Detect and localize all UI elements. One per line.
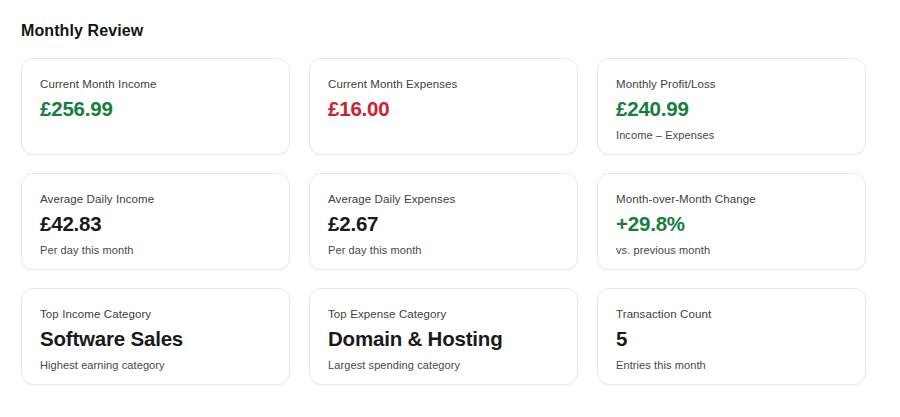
stat-card-top-income-category: Top Income Category Software Sales Highe…: [21, 288, 290, 385]
stat-card-top-expense-category: Top Expense Category Domain & Hosting La…: [309, 288, 578, 385]
monthly-review-page: Monthly Review Current Month Income £256…: [0, 0, 900, 417]
stat-card-label: Monthly Profit/Loss: [616, 78, 845, 90]
stat-card-value: +29.8%: [616, 212, 845, 236]
stat-card-label: Current Month Expenses: [328, 78, 557, 90]
stat-card-subtitle: Largest spending category: [328, 359, 557, 371]
stat-card-label: Average Daily Expenses: [328, 193, 557, 205]
stat-card-value: £240.99: [616, 97, 845, 121]
stat-card-label: Average Daily Income: [40, 193, 269, 205]
stat-card-label: Top Income Category: [40, 308, 269, 320]
stat-card-current-month-expenses: Current Month Expenses £16.00: [309, 58, 578, 155]
stat-card-label: Current Month Income: [40, 78, 269, 90]
stat-card-subtitle: Highest earning category: [40, 359, 269, 371]
stat-card-subtitle: Income – Expenses: [616, 129, 845, 141]
stat-card-label: Top Expense Category: [328, 308, 557, 320]
stat-card-value: £42.83: [40, 212, 269, 236]
stat-card-label: Month-over-Month Change: [616, 193, 845, 205]
stats-grid: Current Month Income £256.99 Current Mon…: [21, 58, 900, 385]
stat-card-value: Software Sales: [40, 327, 269, 351]
stat-card-label: Transaction Count: [616, 308, 845, 320]
stat-card-value: Domain & Hosting: [328, 327, 557, 351]
page-title: Monthly Review: [21, 22, 900, 40]
stat-card-value: £256.99: [40, 97, 269, 121]
stat-card-average-daily-income: Average Daily Income £42.83 Per day this…: [21, 173, 290, 270]
stat-card-transaction-count: Transaction Count 5 Entries this month: [597, 288, 866, 385]
stat-card-value: 5: [616, 327, 845, 351]
stat-card-subtitle: vs. previous month: [616, 244, 845, 256]
stat-card-subtitle: Per day this month: [328, 244, 557, 256]
stat-card-average-daily-expenses: Average Daily Expenses £2.67 Per day thi…: [309, 173, 578, 270]
stat-card-value: £16.00: [328, 97, 557, 121]
stat-card-monthly-profit-loss: Monthly Profit/Loss £240.99 Income – Exp…: [597, 58, 866, 155]
stat-card-subtitle: Per day this month: [40, 244, 269, 256]
stat-card-current-month-income: Current Month Income £256.99: [21, 58, 290, 155]
stat-card-value: £2.67: [328, 212, 557, 236]
stat-card-month-over-month-change: Month-over-Month Change +29.8% vs. previ…: [597, 173, 866, 270]
stat-card-subtitle: Entries this month: [616, 359, 845, 371]
